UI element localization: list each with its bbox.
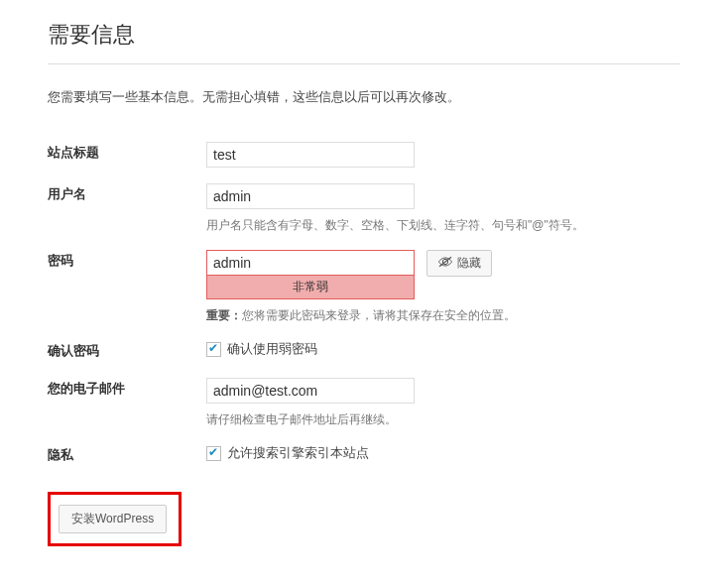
privacy-label: 隐私 <box>48 436 206 474</box>
site-title-label: 站点标题 <box>48 134 206 175</box>
password-input[interactable] <box>206 250 415 276</box>
hide-password-button[interactable]: 隐藏 <box>426 250 492 277</box>
hide-password-label: 隐藏 <box>457 256 481 270</box>
email-hint: 请仔细检查电子邮件地址后再继续。 <box>206 411 680 428</box>
site-title-input[interactable] <box>206 142 415 168</box>
install-form: 站点标题 用户名 用户名只能含有字母、数字、空格、下划线、连字符、句号和"@"符… <box>48 134 680 474</box>
intro-text: 您需要填写一些基本信息。无需担心填错，这些信息以后可以再次修改。 <box>48 88 680 106</box>
password-hint-rest: 您将需要此密码来登录，请将其保存在安全的位置。 <box>242 308 516 322</box>
page-title: 需要信息 <box>48 20 680 50</box>
confirm-weak-password-checkbox[interactable] <box>206 342 221 357</box>
username-label: 用户名 <box>48 175 206 242</box>
password-hint-strong: 重要： <box>206 308 242 322</box>
privacy-checkbox[interactable] <box>206 446 221 461</box>
eye-slash-icon <box>437 256 453 271</box>
password-label: 密码 <box>48 242 206 332</box>
confirm-password-label: 确认密码 <box>48 332 206 370</box>
username-hint: 用户名只能含有字母、数字、空格、下划线、连字符、句号和"@"符号。 <box>206 217 680 234</box>
password-strength-meter: 非常弱 <box>206 276 415 299</box>
svg-line-0 <box>439 258 451 267</box>
install-wordpress-button[interactable]: 安装WordPress <box>59 505 167 533</box>
submit-highlight-box: 安装WordPress <box>48 492 182 546</box>
privacy-checkbox-label[interactable]: 允许搜索引擎索引本站点 <box>227 444 369 462</box>
email-input[interactable] <box>206 378 415 404</box>
email-label: 您的电子邮件 <box>48 370 206 436</box>
confirm-weak-password-label[interactable]: 确认使用弱密码 <box>227 340 317 358</box>
username-input[interactable] <box>206 183 415 209</box>
password-hint: 重要：您将需要此密码来登录，请将其保存在安全的位置。 <box>206 307 680 324</box>
divider <box>48 63 680 64</box>
